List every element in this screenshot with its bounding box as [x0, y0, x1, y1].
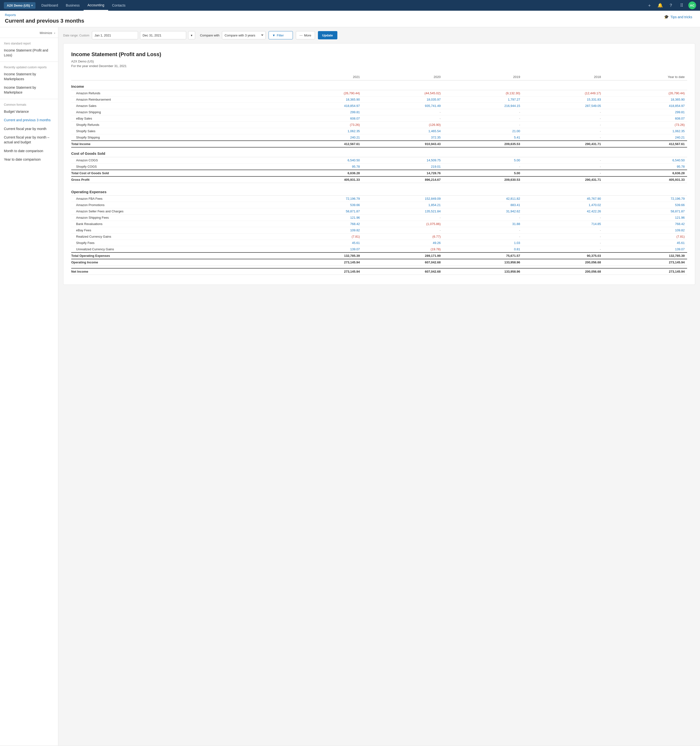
date-picker-icon-button[interactable]: ▾: [188, 31, 195, 39]
table-cell: (6.77): [363, 233, 443, 239]
spacer-row: [71, 183, 687, 186]
table-row: Amazon Seller Fees and Charges58,871.871…: [71, 208, 687, 214]
table-row: Amazon Refunds(26,790.44)(44,545.02)(9,1…: [71, 90, 687, 96]
filter-icon: ▼: [272, 33, 275, 37]
sidebar-item-current-fiscal-year[interactable]: Current fiscal year by month: [0, 125, 58, 134]
nav-right: ＋ 🔔 ？ ⠿ AC: [646, 2, 696, 9]
col-2019-header: 2019: [443, 74, 522, 80]
sidebar-minimize-button[interactable]: Minimize ‹: [0, 30, 58, 38]
filter-button[interactable]: ▼ Filter: [269, 31, 293, 39]
table-cell: 418,854.97: [603, 103, 687, 109]
page-title: Current and previous 3 months: [5, 18, 84, 24]
table-row: Realized Currency Gains(7.81)(6.77)--(7.…: [71, 233, 687, 239]
brand-label: A2X Demo (US): [7, 4, 30, 7]
table-cell: (26,790.44): [603, 90, 687, 96]
breadcrumb[interactable]: Reports: [5, 13, 84, 17]
sidebar-item-income-statement[interactable]: Income Statement (Profit and Loss): [0, 46, 58, 60]
table-cell: 6,540.50: [603, 157, 687, 164]
table-cell: (1,075.86): [363, 221, 443, 227]
row-label: Amazon Reimbursement: [71, 96, 282, 103]
table-cell: 935,741.49: [363, 103, 443, 109]
table-row: Amazon Reimbursement18,365.9018,035.971,…: [71, 96, 687, 103]
table-cell: 109.82: [603, 227, 687, 233]
top-nav: A2X Demo (US) ▾ Dashboard Business Accou…: [0, 0, 700, 11]
total-cell: 5.00: [443, 170, 522, 176]
table-cell: (9,132.30): [443, 90, 522, 96]
total-cell: 209,630.53: [443, 176, 522, 183]
help-icon-button[interactable]: ？: [667, 2, 675, 9]
table-row: Amazon COGS6,540.5014,509.755.00-6,540.5…: [71, 157, 687, 164]
table-cell: 31,942.62: [443, 208, 522, 214]
total-cell: 290,431.71: [522, 176, 603, 183]
sidebar-item-budget-variance[interactable]: Budget Variance: [0, 107, 58, 116]
sidebar-item-current-3months[interactable]: Current and previous 3 months: [0, 116, 58, 125]
table-cell: 58,871.87: [282, 208, 362, 214]
table-cell: 1,062.35: [282, 128, 362, 134]
table-cell: 21.00: [443, 128, 522, 134]
row-label: Shopify Fees: [71, 239, 282, 246]
table-cell: 42,811.82: [443, 196, 522, 202]
sidebar-item-year-comparison[interactable]: Year to date comparison: [0, 155, 58, 164]
sidebar-item-income-marketplace[interactable]: Income Statement by Marketplace: [0, 83, 58, 97]
nav-link-dashboard[interactable]: Dashboard: [38, 0, 62, 11]
nav-link-business[interactable]: Business: [62, 0, 84, 11]
apps-grid-icon-button[interactable]: ⠿: [677, 2, 685, 9]
user-avatar[interactable]: AC: [688, 2, 696, 9]
table-cell: 608.07: [282, 116, 362, 122]
update-button[interactable]: Update: [318, 31, 337, 39]
table-cell: -: [363, 214, 443, 221]
tips-and-tricks-button[interactable]: 🎓 Tips and tricks: [661, 13, 695, 21]
nav-brand[interactable]: A2X Demo (US) ▾: [4, 2, 36, 9]
table-row: Bank Revaluations768.42(1,075.86)31.8871…: [71, 221, 687, 227]
table-cell: -: [522, 227, 603, 233]
table-cell: 608.07: [603, 116, 687, 122]
table-cell: -: [522, 122, 603, 128]
table-cell: 299.81: [282, 109, 362, 116]
table-row: Operating Income273,145.94607,042.68133,…: [71, 259, 687, 266]
table-row: Shopify COGS95.78219.01--95.78: [71, 164, 687, 170]
total-cell: -: [522, 170, 603, 176]
brand-chevron-icon: ▾: [32, 4, 33, 7]
page-header-left: Reports Current and previous 3 months: [5, 13, 84, 24]
table-cell: -: [443, 233, 522, 239]
nav-link-contacts[interactable]: Contacts: [108, 0, 129, 11]
table-cell: (12,449.17): [522, 90, 603, 96]
table-cell: -: [522, 214, 603, 221]
col-ytd-header: Year to date: [603, 74, 687, 80]
table-cell: 372.35: [363, 134, 443, 141]
add-icon-button[interactable]: ＋: [646, 2, 653, 9]
row-label: Shopify Sales: [71, 128, 282, 134]
table-cell: -: [522, 116, 603, 122]
more-button[interactable]: ⋯ More: [296, 31, 315, 39]
table-cell: 15,331.83: [522, 96, 603, 103]
table-row: Shopify Shipping240.21372.355.41-240.21: [71, 134, 687, 141]
notifications-icon-button[interactable]: 🔔: [656, 2, 664, 9]
table-cell: (7.81): [603, 233, 687, 239]
compare-select[interactable]: Compare with 3 years Compare with 1 year…: [222, 31, 266, 39]
table-row: Shopify Fees45.6149.261.03-45.61: [71, 239, 687, 246]
table-cell: -: [363, 109, 443, 116]
date-start-input[interactable]: [92, 31, 138, 39]
report-card: Income Statement (Profit and Loss) A2X D…: [63, 43, 695, 285]
total-cell: 273,145.94: [282, 259, 362, 266]
table-cell: -: [443, 122, 522, 128]
table-cell: 768.42: [603, 221, 687, 227]
table-cell: 6,540.50: [282, 157, 362, 164]
sidebar-item-month-comparison[interactable]: Month to date comparison: [0, 147, 58, 155]
table-cell: 58,871.87: [603, 208, 687, 214]
sidebar-item-current-fiscal-budget[interactable]: Current fiscal year by month – actual an…: [0, 133, 58, 146]
sidebar-section-common-label: Common formats: [0, 101, 58, 107]
table-cell: -: [443, 164, 522, 170]
row-label: Shopify Refunds: [71, 122, 282, 128]
table-row: Operating Expenses: [71, 186, 687, 196]
sidebar-item-income-marketplaces[interactable]: Income Statement by Marketplaces: [0, 70, 58, 83]
table-cell: (44,545.02): [363, 90, 443, 96]
total-cell: 273,145.94: [282, 268, 362, 275]
total-cell: 75,671.57: [443, 253, 522, 259]
nav-link-accounting[interactable]: Accounting: [84, 0, 108, 11]
date-end-input[interactable]: [140, 31, 186, 39]
tips-label: Tips and tricks: [670, 15, 692, 19]
table-cell: -: [522, 109, 603, 116]
total-cell: 412,567.61: [603, 141, 687, 147]
table-cell: -: [443, 116, 522, 122]
